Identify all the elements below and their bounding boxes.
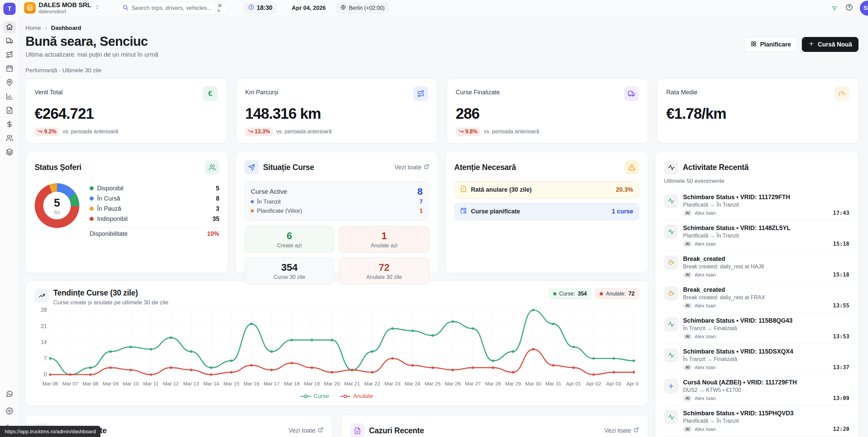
svg-text:Mar 28: Mar 28 (485, 381, 501, 386)
trip-stats-grid: 6Create azi1Anulate azi354Curse 30 zile7… (244, 226, 429, 284)
trip-situation-see-all-link[interactable]: Vezi toate (395, 164, 429, 171)
users-icon (6, 134, 13, 143)
driver-status-legend-row: În Pauză3 (90, 204, 219, 214)
sidebar-item-whatsapp[interactable] (3, 390, 16, 400)
topbar: DALES MOB SRL dalesmobsrl Search trips, … (19, 0, 868, 16)
calendar-clock-icon (460, 207, 467, 216)
activity-time: 12:20 (833, 426, 849, 432)
org-name: DALES MOB SRL (39, 2, 91, 9)
user-chip: AI (683, 303, 692, 309)
planificare-button[interactable]: Planificare (744, 37, 797, 52)
sidebar-item-documents[interactable] (3, 104, 16, 117)
recent-cases-see-all-link[interactable]: Vezi toate (604, 427, 639, 434)
recent-trips-see-all-link[interactable]: Vezi toate (288, 427, 323, 434)
activity-item[interactable]: Break_created Break created: daily_rest … (664, 282, 849, 313)
activity-item[interactable]: Schimbare Status • VRID: 115B8QG43 În Tr… (664, 313, 849, 344)
recent-activity-card: Activitate Recentă Ultimele 50 eveniment… (655, 152, 858, 437)
stat-value: 354 (247, 262, 332, 273)
driver-status-title: Status Șoferi (35, 163, 81, 172)
legend-label: Indisponibil (97, 215, 128, 223)
sidebar-item-fleet[interactable] (3, 146, 16, 159)
chart-legend-item[interactable]: Anulate (340, 393, 373, 400)
sidebar-item-finance[interactable] (3, 118, 16, 131)
sidebar-item-dashboard[interactable] (3, 21, 16, 34)
status-dot (251, 200, 254, 203)
legend-value: 5 (216, 185, 219, 192)
activity-item[interactable]: Schimbare Status • VRID: 1148ZL5YL Plani… (664, 220, 849, 251)
availability-value: 10% (207, 230, 219, 238)
workspace-avatar[interactable]: T (3, 3, 16, 15)
attention-row[interactable]: Curse planificate1 curse (454, 203, 639, 220)
activity-user: Alex Ioan (695, 241, 716, 247)
org-switcher[interactable]: DALES MOB SRL dalesmobsrl (24, 2, 100, 14)
donut-center-total: /51 (54, 210, 60, 215)
sidebar-item-reports[interactable] (3, 91, 16, 103)
svg-text:Mar 09: Mar 09 (103, 381, 119, 386)
activity-item[interactable]: Break_created Break created: daily_rest … (664, 251, 849, 282)
activity-item[interactable]: Schimbare Status • VRID: 115DSXQX4 În Tr… (664, 344, 849, 375)
activity-item-desc: În Tranzit → Finalizată (683, 356, 849, 362)
stat-label: Create azi (247, 243, 332, 249)
sidebar-item-settings[interactable] (3, 406, 16, 417)
chart-legend-item[interactable]: Curse (301, 393, 329, 400)
activity-item[interactable]: Schimbare Status • VRID: 111729FTH Plani… (664, 189, 849, 220)
search-shortcut-kbd: ⌘ K (215, 2, 226, 15)
subrow-label: Planificate (Viitor) (257, 208, 302, 214)
user-avatar[interactable]: SP (860, 1, 868, 16)
svg-text:Apr 02: Apr 02 (586, 381, 601, 386)
activity-item[interactable]: Schimbare Status • VRID: 115PHQVD3 Plani… (664, 405, 849, 436)
activity-item-desc: DUS2 → KTW5 • €1700 (683, 387, 849, 393)
sidebar: T (0, 0, 19, 437)
svg-text:Mar 15: Mar 15 (223, 381, 239, 386)
activity-item[interactable]: Cursă Nouă (AZBEI) • VRID: 111729FTH DUS… (664, 375, 849, 405)
timezone-label: Berlin (+02:00) (349, 5, 384, 11)
activity-user: Alex Ioan (695, 272, 716, 278)
activity-user: Alex Ioan (695, 426, 716, 432)
search-input[interactable]: Search trips, drivers, vehicles... ⌘ K (117, 2, 229, 15)
activity-user: Alex Ioan (695, 364, 716, 370)
coffee-icon (664, 255, 678, 270)
trend-chart-card: Tendințe Curse (30 zile) Curse create și… (25, 281, 648, 406)
svg-text:Mar 11: Mar 11 (143, 381, 159, 386)
activity-item-desc: Planificată → În Tranzit (683, 233, 849, 239)
file-alert-icon (460, 186, 467, 194)
sidebar-item-locations[interactable] (3, 77, 16, 90)
availability-row: Disponibilitate10% (90, 230, 219, 238)
sidebar-item-routes[interactable] (3, 49, 16, 62)
activity-item-title: Break_created (683, 286, 849, 293)
activity-user: Alex Ioan (695, 303, 716, 308)
trend-line-chart: 07142128Mar 06Mar 07Mar 08Mar 09Mar 10Ma… (35, 306, 639, 392)
sidebar-item-calendar[interactable] (3, 63, 16, 76)
trend-chart-title: Tendințe Curse (30 zile) (53, 288, 168, 298)
attention-row[interactable]: Rată anulare (30 zile)20.3% (454, 181, 639, 198)
plus-icon (664, 379, 678, 393)
globe-icon (340, 4, 346, 12)
pulse-icon (664, 225, 678, 239)
trending-up-icon (35, 288, 49, 303)
attention-card: Atenție Necesară Rată anulare (30 zile)2… (445, 152, 648, 273)
activity-time: 17:43 (833, 210, 849, 216)
stat-label: Anulate 30 zile (341, 274, 427, 280)
sidebar-item-trips[interactable] (3, 35, 16, 48)
breadcrumb-home[interactable]: Home (25, 25, 41, 32)
coffee-icon (664, 286, 678, 301)
last-update-note: Ultima actualizare: mai puțin de un minu… (25, 51, 158, 58)
cursa-noua-button[interactable]: Cursă Nouă (802, 37, 858, 52)
legend-dot (90, 196, 94, 201)
help-icon[interactable] (845, 3, 853, 13)
availability-label: Disponibilitate (90, 230, 128, 238)
chart-badge-green: Curse:354 (549, 288, 591, 299)
external-link-icon (318, 427, 323, 434)
clock-icon (248, 4, 254, 12)
driver-status-card: Status Șoferi 5 /51 Disponib (25, 152, 228, 273)
legend-value: 8 (216, 195, 219, 202)
svg-text:28: 28 (41, 307, 47, 313)
svg-text:Mar 20: Mar 20 (324, 381, 340, 386)
legend-dot (90, 186, 94, 190)
kpi-card-4: Rata Medie €1.78/km (657, 78, 859, 144)
svg-text:Mar 29: Mar 29 (505, 381, 521, 386)
sidebar-item-drivers[interactable] (3, 132, 16, 145)
kpi-value: 286 (456, 105, 639, 122)
pulse-icon (664, 410, 678, 424)
driver-status-legend-row: În Cursă8 (90, 193, 219, 204)
